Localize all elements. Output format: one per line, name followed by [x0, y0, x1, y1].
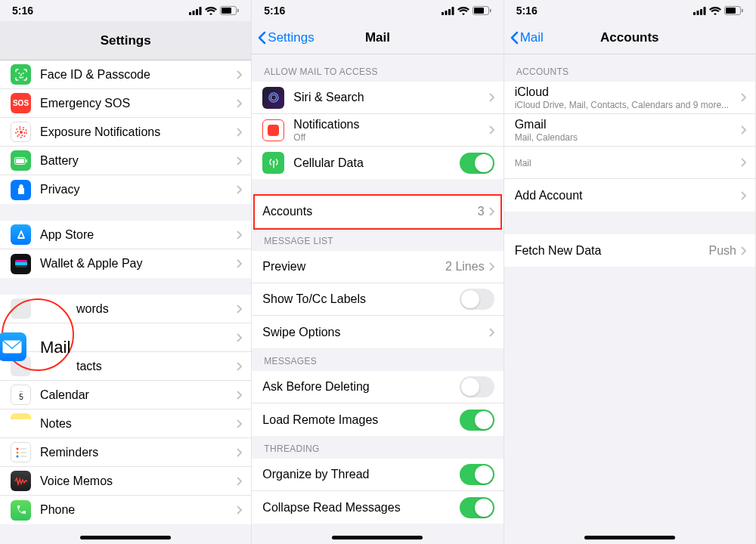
row-label: tacts — [40, 360, 237, 373]
row-label: App Store — [40, 228, 237, 242]
chevron-icon — [237, 230, 242, 240]
loadremote-toggle[interactable] — [460, 410, 494, 431]
row-accounts[interactable]: Accounts 3 — [252, 196, 503, 228]
row-privacy[interactable]: Privacy — [0, 175, 251, 204]
svg-rect-38 — [696, 11, 699, 15]
chevron-icon — [741, 246, 746, 255]
chevron-icon — [237, 362, 242, 371]
row-add-account[interactable]: Add Account — [504, 179, 755, 212]
accounts-screen: 5:16 Mail Accounts ACCOUNTS iCloud iClou… — [504, 0, 756, 544]
battery-icon — [472, 6, 491, 15]
svg-point-21 — [16, 451, 18, 453]
back-label: Mail — [520, 30, 544, 45]
row-preview[interactable]: Preview 2 Lines — [252, 251, 503, 283]
status-time: 5:16 — [12, 5, 33, 17]
row-redacted-account[interactable]: Mail — [504, 147, 755, 179]
collapse-toggle[interactable] — [460, 497, 494, 518]
row-label: Phone — [40, 503, 237, 517]
wifi-icon — [457, 7, 469, 15]
row-fetch[interactable]: Fetch New Data Push — [504, 234, 755, 267]
svg-rect-28 — [445, 11, 447, 15]
row-wallet[interactable]: Wallet & Apple Pay — [0, 249, 251, 278]
row-askdelete[interactable]: Ask Before Deleting — [252, 371, 503, 403]
svg-rect-14 — [26, 159, 27, 162]
row-phone[interactable]: Phone — [0, 496, 251, 524]
row-label: Collapse Read Messages — [262, 501, 459, 515]
row-label: Battery — [40, 154, 237, 168]
row-gmail[interactable]: Gmail Mail, Calendars — [504, 114, 755, 147]
faceid-icon — [11, 64, 31, 85]
cellular-toggle[interactable] — [460, 153, 494, 174]
notes-icon — [11, 413, 31, 434]
chevron-icon — [489, 93, 494, 102]
row-loadremote[interactable]: Load Remote Images — [252, 403, 503, 436]
row-label: Cellular Data — [293, 156, 459, 170]
section-header-allow: ALLOW MAIL TO ACCESS — [252, 54, 503, 82]
row-calendar[interactable]: •••5 Calendar — [0, 381, 251, 410]
row-label: Ask Before Deleting — [262, 380, 459, 394]
mail-icon — [0, 332, 26, 361]
row-faceid[interactable]: Face ID & Passcode — [0, 60, 251, 89]
row-label: Siri & Search — [293, 91, 488, 104]
chevron-icon — [741, 191, 746, 200]
row-icloud[interactable]: iCloud iCloud Drive, Mail, Contacts, Cal… — [504, 82, 755, 114]
home-indicator[interactable] — [80, 536, 171, 539]
battery-icon — [220, 6, 239, 15]
row-appstore[interactable]: App Store — [0, 221, 251, 249]
row-label: Wallet & Apple Pay — [40, 257, 237, 270]
row-notifications[interactable]: Notifications Off — [252, 114, 503, 147]
row-cellular[interactable]: Cellular Data — [252, 147, 503, 179]
row-showtocc[interactable]: Show To/Cc Labels — [252, 283, 503, 316]
calendar-icon: •••5 — [11, 385, 31, 405]
row-sos[interactable]: SOS Emergency SOS — [0, 89, 251, 118]
row-label: Show To/Cc Labels — [262, 292, 459, 306]
row-label: Gmail — [515, 118, 741, 131]
row-collapse[interactable]: Collapse Read Messages — [252, 491, 503, 524]
chevron-icon — [237, 304, 242, 314]
cellular-icon — [442, 7, 454, 15]
cellular-icon — [189, 7, 202, 15]
row-contacts[interactable]: tacts — [0, 352, 251, 381]
home-indicator[interactable] — [332, 536, 423, 539]
home-indicator[interactable] — [584, 536, 675, 539]
cellular-icon — [693, 7, 706, 15]
svg-rect-42 — [726, 8, 736, 14]
back-button[interactable]: Settings — [258, 30, 314, 45]
row-organize[interactable]: Organize by Thread — [252, 459, 503, 491]
chevron-icon — [489, 207, 494, 216]
chevron-icon — [741, 125, 746, 134]
showtocc-toggle[interactable] — [460, 289, 494, 310]
chevron-left-icon — [258, 31, 266, 45]
svg-rect-32 — [474, 8, 484, 14]
row-notes[interactable]: Notes — [0, 410, 251, 438]
mail-settings-screen: 5:16 Settings Mail ALLOW MAIL TO ACCESS … — [252, 0, 503, 544]
row-passwords[interactable]: words — [0, 295, 251, 323]
askdelete-toggle[interactable] — [460, 376, 494, 397]
accounts-content[interactable]: ACCOUNTS iCloud iCloud Drive, Mail, Cont… — [504, 54, 755, 544]
row-voicememos[interactable]: Voice Memos — [0, 467, 251, 496]
row-label: Load Remote Images — [262, 413, 459, 427]
row-swipe[interactable]: Swipe Options — [252, 316, 503, 348]
chevron-icon — [489, 328, 494, 337]
back-button[interactable]: Mail — [510, 30, 544, 45]
mail-content[interactable]: ALLOW MAIL TO ACCESS Siri & Search Notif… — [252, 54, 503, 544]
phone-icon — [11, 500, 31, 521]
settings-content[interactable]: Face ID & Passcode SOS Emergency SOS Exp… — [0, 60, 251, 544]
nav-title: Accounts — [600, 30, 658, 45]
exposure-icon — [11, 122, 31, 142]
row-siri[interactable]: Siri & Search — [252, 82, 503, 114]
row-battery[interactable]: Battery — [0, 147, 251, 175]
svg-rect-0 — [189, 12, 191, 15]
svg-rect-30 — [451, 7, 454, 15]
row-exposure[interactable]: Exposure Notifications — [0, 118, 251, 147]
row-label: Add Account — [515, 189, 741, 202]
chevron-left-icon — [510, 31, 519, 45]
svg-rect-27 — [442, 12, 444, 15]
organize-toggle[interactable] — [460, 464, 494, 485]
chevron-icon — [741, 93, 746, 102]
row-label: Notes — [40, 417, 237, 431]
row-reminders[interactable]: Reminders — [0, 438, 251, 467]
chevron-icon — [237, 448, 242, 457]
row-mail[interactable] — [0, 323, 251, 352]
svg-rect-29 — [448, 9, 451, 15]
